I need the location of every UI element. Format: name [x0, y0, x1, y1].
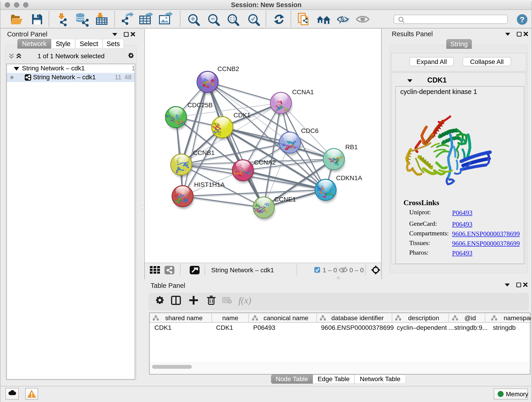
svg-text:CDK1: CDK1 [234, 112, 251, 119]
svg-text:stringdb: stringdb [493, 324, 516, 331]
svg-text:HIST1H1A: HIST1H1A [194, 181, 225, 188]
svg-text:database identifier: database identifier [331, 314, 384, 322]
svg-text:namespace: namespace [504, 314, 531, 322]
svg-text:P06493: P06493 [253, 324, 275, 331]
svg-text:name: name [222, 314, 238, 322]
svg-text:CCNE1: CCNE1 [274, 196, 296, 203]
svg-text:CCNA2: CCNA2 [254, 159, 276, 166]
svg-text:?: ? [520, 15, 525, 24]
svg-text:RB1: RB1 [345, 143, 358, 151]
svg-text:shared name: shared name [165, 314, 203, 322]
svg-text:String Network – cdk1: String Network – cdk1 [211, 267, 274, 274]
svg-text:CCNA1: CCNA1 [292, 89, 314, 96]
svg-text:CCNB1: CCNB1 [193, 149, 215, 156]
svg-text:CDK1: CDK1 [154, 324, 172, 331]
svg-text:1 – 0: 1 – 0 [323, 267, 337, 274]
svg-text:CDC6: CDC6 [301, 127, 318, 134]
svg-text:@id: @id [464, 314, 476, 322]
svg-text:0 – 0: 0 – 0 [349, 267, 364, 274]
svg-text:9606.ENSP00000378699: 9606.ENSP00000378699 [321, 324, 394, 331]
svg-text:canonical name: canonical name [264, 314, 308, 322]
svg-text:cyclin–dependent ...: cyclin–dependent ... [397, 324, 454, 331]
svg-text:f(x): f(x) [239, 295, 251, 306]
svg-text:description: description [408, 314, 439, 322]
svg-text:CDK1: CDK1 [216, 324, 233, 331]
svg-text:CDKN1A: CDKN1A [336, 174, 362, 182]
svg-text:CCNB2: CCNB2 [217, 65, 239, 72]
svg-text:stringdb:9...: stringdb:9... [454, 324, 488, 331]
svg-text:CDC25B: CDC25B [187, 102, 213, 109]
